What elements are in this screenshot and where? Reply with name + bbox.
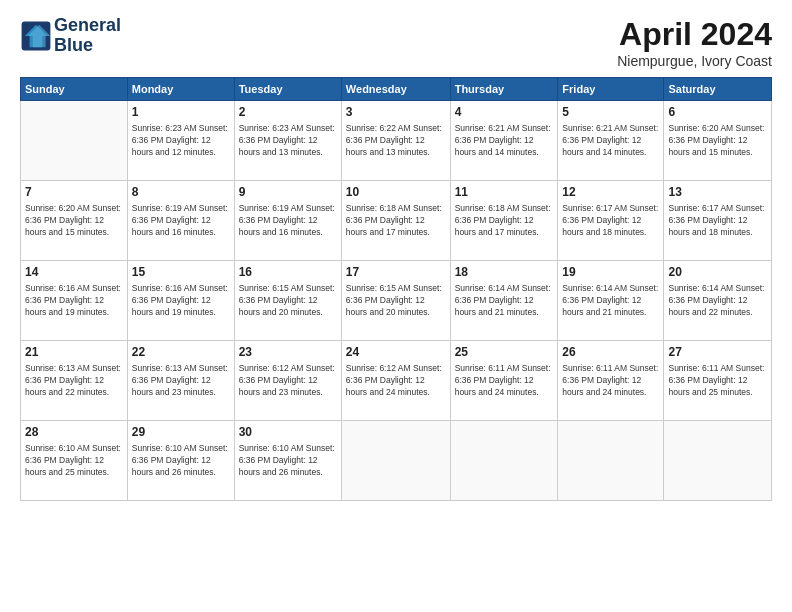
day-info: Sunrise: 6:14 AM Sunset: 6:36 PM Dayligh… [562, 282, 659, 319]
calendar-cell: 2Sunrise: 6:23 AM Sunset: 6:36 PM Daylig… [234, 101, 341, 181]
calendar-cell: 7Sunrise: 6:20 AM Sunset: 6:36 PM Daylig… [21, 181, 128, 261]
day-number: 22 [132, 344, 230, 361]
day-info: Sunrise: 6:13 AM Sunset: 6:36 PM Dayligh… [25, 362, 123, 399]
calendar-cell: 6Sunrise: 6:20 AM Sunset: 6:36 PM Daylig… [664, 101, 772, 181]
logo-line1: General [54, 16, 121, 36]
header-row: Sunday Monday Tuesday Wednesday Thursday… [21, 78, 772, 101]
col-saturday: Saturday [664, 78, 772, 101]
calendar-cell: 18Sunrise: 6:14 AM Sunset: 6:36 PM Dayli… [450, 261, 558, 341]
day-number: 25 [455, 344, 554, 361]
calendar-cell: 12Sunrise: 6:17 AM Sunset: 6:36 PM Dayli… [558, 181, 664, 261]
calendar-cell: 24Sunrise: 6:12 AM Sunset: 6:36 PM Dayli… [341, 341, 450, 421]
day-number: 9 [239, 184, 337, 201]
day-info: Sunrise: 6:22 AM Sunset: 6:36 PM Dayligh… [346, 122, 446, 159]
day-info: Sunrise: 6:11 AM Sunset: 6:36 PM Dayligh… [668, 362, 767, 399]
calendar-cell: 1Sunrise: 6:23 AM Sunset: 6:36 PM Daylig… [127, 101, 234, 181]
logo-line2: Blue [54, 36, 121, 56]
day-info: Sunrise: 6:18 AM Sunset: 6:36 PM Dayligh… [455, 202, 554, 239]
day-info: Sunrise: 6:19 AM Sunset: 6:36 PM Dayligh… [132, 202, 230, 239]
calendar-cell: 25Sunrise: 6:11 AM Sunset: 6:36 PM Dayli… [450, 341, 558, 421]
calendar-cell: 8Sunrise: 6:19 AM Sunset: 6:36 PM Daylig… [127, 181, 234, 261]
calendar-cell: 27Sunrise: 6:11 AM Sunset: 6:36 PM Dayli… [664, 341, 772, 421]
day-info: Sunrise: 6:17 AM Sunset: 6:36 PM Dayligh… [562, 202, 659, 239]
calendar-cell: 11Sunrise: 6:18 AM Sunset: 6:36 PM Dayli… [450, 181, 558, 261]
calendar-cell: 23Sunrise: 6:12 AM Sunset: 6:36 PM Dayli… [234, 341, 341, 421]
day-number: 11 [455, 184, 554, 201]
month-title: April 2024 [617, 16, 772, 53]
day-info: Sunrise: 6:13 AM Sunset: 6:36 PM Dayligh… [132, 362, 230, 399]
day-number: 6 [668, 104, 767, 121]
day-info: Sunrise: 6:15 AM Sunset: 6:36 PM Dayligh… [346, 282, 446, 319]
calendar-cell: 14Sunrise: 6:16 AM Sunset: 6:36 PM Dayli… [21, 261, 128, 341]
day-number: 24 [346, 344, 446, 361]
week-row-3: 21Sunrise: 6:13 AM Sunset: 6:36 PM Dayli… [21, 341, 772, 421]
day-info: Sunrise: 6:11 AM Sunset: 6:36 PM Dayligh… [455, 362, 554, 399]
day-number: 19 [562, 264, 659, 281]
col-tuesday: Tuesday [234, 78, 341, 101]
week-row-2: 14Sunrise: 6:16 AM Sunset: 6:36 PM Dayli… [21, 261, 772, 341]
day-info: Sunrise: 6:23 AM Sunset: 6:36 PM Dayligh… [132, 122, 230, 159]
location: Niempurgue, Ivory Coast [617, 53, 772, 69]
day-number: 10 [346, 184, 446, 201]
day-number: 4 [455, 104, 554, 121]
col-friday: Friday [558, 78, 664, 101]
day-info: Sunrise: 6:17 AM Sunset: 6:36 PM Dayligh… [668, 202, 767, 239]
day-info: Sunrise: 6:16 AM Sunset: 6:36 PM Dayligh… [25, 282, 123, 319]
day-info: Sunrise: 6:10 AM Sunset: 6:36 PM Dayligh… [25, 442, 123, 479]
day-number: 18 [455, 264, 554, 281]
week-row-4: 28Sunrise: 6:10 AM Sunset: 6:36 PM Dayli… [21, 421, 772, 501]
calendar-cell: 22Sunrise: 6:13 AM Sunset: 6:36 PM Dayli… [127, 341, 234, 421]
calendar-cell: 29Sunrise: 6:10 AM Sunset: 6:36 PM Dayli… [127, 421, 234, 501]
day-info: Sunrise: 6:23 AM Sunset: 6:36 PM Dayligh… [239, 122, 337, 159]
calendar-cell [558, 421, 664, 501]
day-info: Sunrise: 6:14 AM Sunset: 6:36 PM Dayligh… [668, 282, 767, 319]
calendar-cell: 15Sunrise: 6:16 AM Sunset: 6:36 PM Dayli… [127, 261, 234, 341]
day-info: Sunrise: 6:18 AM Sunset: 6:36 PM Dayligh… [346, 202, 446, 239]
day-info: Sunrise: 6:12 AM Sunset: 6:36 PM Dayligh… [346, 362, 446, 399]
day-number: 23 [239, 344, 337, 361]
day-number: 7 [25, 184, 123, 201]
day-info: Sunrise: 6:19 AM Sunset: 6:36 PM Dayligh… [239, 202, 337, 239]
logo-text: General Blue [54, 16, 121, 56]
day-info: Sunrise: 6:21 AM Sunset: 6:36 PM Dayligh… [455, 122, 554, 159]
day-info: Sunrise: 6:16 AM Sunset: 6:36 PM Dayligh… [132, 282, 230, 319]
calendar-table: Sunday Monday Tuesday Wednesday Thursday… [20, 77, 772, 501]
calendar-cell: 10Sunrise: 6:18 AM Sunset: 6:36 PM Dayli… [341, 181, 450, 261]
calendar-header: Sunday Monday Tuesday Wednesday Thursday… [21, 78, 772, 101]
logo: General Blue [20, 16, 121, 56]
calendar-cell: 9Sunrise: 6:19 AM Sunset: 6:36 PM Daylig… [234, 181, 341, 261]
col-sunday: Sunday [21, 78, 128, 101]
calendar-cell: 19Sunrise: 6:14 AM Sunset: 6:36 PM Dayli… [558, 261, 664, 341]
day-number: 16 [239, 264, 337, 281]
day-number: 8 [132, 184, 230, 201]
day-number: 17 [346, 264, 446, 281]
header: General Blue April 2024 Niempurgue, Ivor… [20, 16, 772, 69]
col-monday: Monday [127, 78, 234, 101]
col-wednesday: Wednesday [341, 78, 450, 101]
calendar-cell: 26Sunrise: 6:11 AM Sunset: 6:36 PM Dayli… [558, 341, 664, 421]
calendar-cell: 20Sunrise: 6:14 AM Sunset: 6:36 PM Dayli… [664, 261, 772, 341]
week-row-1: 7Sunrise: 6:20 AM Sunset: 6:36 PM Daylig… [21, 181, 772, 261]
page: General Blue April 2024 Niempurgue, Ivor… [0, 0, 792, 612]
day-number: 30 [239, 424, 337, 441]
day-number: 20 [668, 264, 767, 281]
calendar-cell: 30Sunrise: 6:10 AM Sunset: 6:36 PM Dayli… [234, 421, 341, 501]
day-number: 1 [132, 104, 230, 121]
calendar-cell [664, 421, 772, 501]
calendar-cell [21, 101, 128, 181]
calendar-cell: 17Sunrise: 6:15 AM Sunset: 6:36 PM Dayli… [341, 261, 450, 341]
calendar-cell: 16Sunrise: 6:15 AM Sunset: 6:36 PM Dayli… [234, 261, 341, 341]
day-number: 14 [25, 264, 123, 281]
calendar-cell: 4Sunrise: 6:21 AM Sunset: 6:36 PM Daylig… [450, 101, 558, 181]
day-info: Sunrise: 6:10 AM Sunset: 6:36 PM Dayligh… [132, 442, 230, 479]
day-number: 2 [239, 104, 337, 121]
logo-icon [20, 20, 52, 52]
day-number: 12 [562, 184, 659, 201]
day-number: 13 [668, 184, 767, 201]
title-area: April 2024 Niempurgue, Ivory Coast [617, 16, 772, 69]
calendar-cell [450, 421, 558, 501]
day-info: Sunrise: 6:14 AM Sunset: 6:36 PM Dayligh… [455, 282, 554, 319]
day-number: 15 [132, 264, 230, 281]
day-info: Sunrise: 6:15 AM Sunset: 6:36 PM Dayligh… [239, 282, 337, 319]
day-number: 26 [562, 344, 659, 361]
